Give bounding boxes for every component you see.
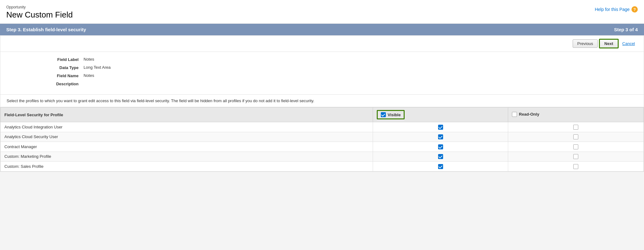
readonly-checkbox[interactable]: [573, 154, 578, 159]
description-row: Description: [38, 81, 637, 86]
help-icon: ?: [631, 6, 638, 12]
help-link[interactable]: Help for this Page ?: [595, 6, 638, 12]
table-row: Custom: Sales Profile: [1, 162, 644, 172]
table-row: Custom: Marketing Profile: [1, 152, 644, 162]
readonly-cell: [508, 162, 644, 172]
visible-header-checkbox[interactable]: [381, 112, 386, 117]
visible-cell: [373, 142, 508, 152]
field-label-value: Notes: [84, 57, 94, 62]
description-key: Description: [38, 81, 79, 86]
readonly-cell: [508, 122, 644, 132]
profile-cell: Analytics Cloud Integration User: [1, 122, 373, 132]
field-name-value: Notes: [84, 73, 94, 78]
readonly-cell: [508, 132, 644, 142]
data-type-key: Data Type: [38, 65, 79, 70]
help-link-label: Help for this Page: [595, 7, 630, 12]
visible-checkbox[interactable]: [438, 164, 443, 169]
profile-cell: Custom: Sales Profile: [1, 162, 373, 172]
page-title-block: Opportunity New Custom Field: [6, 5, 73, 20]
next-button[interactable]: Next: [599, 39, 618, 48]
table-row: Analytics Cloud Integration User: [1, 122, 644, 132]
th-readonly: Read-Only: [508, 108, 644, 122]
data-type-value: Long Text Area: [84, 65, 111, 70]
step-banner: Step 3. Establish field-level security S…: [0, 24, 644, 35]
field-label-key: Field Label: [38, 57, 79, 62]
field-name-row: Field Name Notes: [38, 73, 637, 78]
visible-checkbox[interactable]: [438, 125, 443, 130]
visible-cell: [373, 162, 508, 172]
readonly-checkbox[interactable]: [573, 134, 578, 139]
readonly-checkbox[interactable]: [573, 164, 578, 169]
readonly-cell: [508, 142, 644, 152]
visible-cell: [373, 132, 508, 142]
cancel-button[interactable]: Cancel: [620, 40, 637, 48]
readonly-checkbox[interactable]: [573, 125, 578, 130]
page-title: New Custom Field: [6, 10, 73, 20]
previous-button[interactable]: Previous: [573, 39, 598, 48]
instruction-text: Select the profiles to which you want to…: [0, 95, 644, 107]
visible-checkbox[interactable]: [438, 134, 443, 139]
table-row: Contract Manager: [1, 142, 644, 152]
profile-cell: Contract Manager: [1, 142, 373, 152]
visible-checkbox[interactable]: [438, 144, 443, 149]
field-name-key: Field Name: [38, 73, 79, 78]
visible-header-wrapper: Visible: [377, 110, 405, 119]
readonly-cell: [508, 152, 644, 162]
th-visible: Visible: [373, 108, 508, 122]
visible-checkbox[interactable]: [438, 154, 443, 159]
profile-cell: Analytics Cloud Security User: [1, 132, 373, 142]
readonly-checkbox[interactable]: [573, 144, 578, 149]
step-banner-left: Step 3. Establish field-level security: [6, 27, 86, 32]
page-subtitle: Opportunity: [6, 5, 73, 9]
visible-cell: [373, 152, 508, 162]
security-table: Field-Level Security for Profile Visible…: [0, 107, 644, 172]
readonly-header-checkbox[interactable]: [512, 112, 517, 117]
table-row: Analytics Cloud Security User: [1, 132, 644, 142]
page-header: Opportunity New Custom Field Help for th…: [0, 0, 644, 24]
button-row: Previous Next Cancel: [0, 36, 644, 52]
field-label-row: Field Label Notes: [38, 57, 637, 62]
step-banner-right: Step 3 of 4: [614, 27, 638, 32]
visible-cell: [373, 122, 508, 132]
field-info: Field Label Notes Data Type Long Text Ar…: [0, 52, 644, 95]
profile-cell: Custom: Marketing Profile: [1, 152, 373, 162]
th-profile: Field-Level Security for Profile: [1, 108, 373, 122]
data-type-row: Data Type Long Text Area: [38, 65, 637, 70]
content-area: Previous Next Cancel Field Label Notes D…: [0, 35, 644, 172]
